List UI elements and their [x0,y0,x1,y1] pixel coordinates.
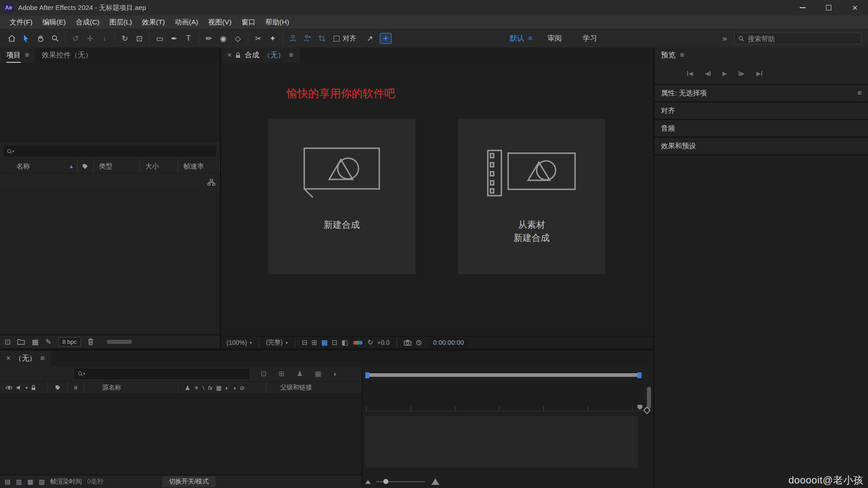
crop-tool-icon[interactable] [315,32,329,45]
new-composition-card[interactable]: 新建合成 [268,119,415,274]
column-label[interactable] [48,382,68,394]
workspace-overflow-icon[interactable]: » [722,34,727,43]
project-search-input[interactable] [17,148,213,155]
frame-blend-master-icon[interactable]: ▦ [315,370,321,378]
home-icon[interactable] [5,32,19,45]
snap-arrow-icon[interactable]: ↗ [363,32,377,45]
transparency-grid-icon[interactable]: ▦ [321,338,328,347]
horizontal-scrollbar-thumb[interactable] [107,340,132,344]
column-name[interactable]: 名称 ▲ [0,160,78,173]
column-number[interactable]: # [68,382,84,394]
text-tool-icon[interactable]: T [181,32,196,45]
roto-brush-tool-icon[interactable]: ✂ [251,32,265,45]
vertical-scrollbar-thumb[interactable] [647,387,651,408]
tab-timeline[interactable]: × （无） ≡ [0,351,51,366]
toggle-inout-pane-icon[interactable]: ▦ [27,478,33,485]
maximize-button[interactable] [816,0,842,15]
effects-presets-panel-header[interactable]: 效果和预设 [655,138,868,154]
selection-tool-icon[interactable] [19,32,33,45]
search-caret-icon[interactable]: ▾ [12,149,14,154]
hand-tool-icon[interactable] [33,32,48,45]
project-flowchart-icon[interactable] [208,179,215,186]
eraser-tool-icon[interactable]: ◇ [231,32,245,45]
project-search-box[interactable]: ▾ [4,146,216,156]
toggle-transfer-pane-icon[interactable]: ▥ [16,478,22,485]
close-tab-icon[interactable]: × [227,51,231,59]
rectangle-tool-icon[interactable]: ▭ [152,32,167,45]
rig-tool-icon[interactable] [300,32,315,45]
play-button[interactable]: ▶ [722,70,727,77]
workspace-tab-default[interactable]: 默认 [509,34,524,43]
workspace-menu-icon[interactable]: ≡ [528,34,532,42]
help-search-box[interactable] [734,33,862,44]
column-source-name[interactable]: 源名称 [84,382,179,394]
view-layout-icon[interactable]: ◧ [341,338,348,347]
menu-effect[interactable]: 效果(T) [137,18,170,27]
audio-panel-header[interactable]: 音频 [655,120,868,136]
limb-tool-icon[interactable] [286,32,300,45]
work-area-end-handle[interactable] [637,372,642,378]
align-panel-header[interactable]: 对齐 [655,103,868,119]
clone-stamp-tool-icon[interactable]: ◉ [216,32,231,45]
zoom-out-icon[interactable] [365,480,371,484]
panel-menu-icon[interactable]: ≡ [40,354,44,362]
motion-blur-master-icon[interactable]: ◐ [334,370,338,378]
tab-composition[interactable]: × 合成 （无） ≡ [221,47,300,63]
column-framerate[interactable]: 帧速率 [178,160,220,173]
properties-panel-header[interactable]: 属性: 无选择项 ≡ [655,85,868,101]
layer-drop-zone[interactable] [365,416,638,468]
zoom-tool-icon[interactable] [48,32,62,45]
column-label-color[interactable] [78,160,94,173]
new-composition-icon[interactable]: ▦ [32,338,38,346]
snapping-icon[interactable] [380,33,392,44]
snapshot-camera-icon[interactable] [404,340,411,346]
last-frame-button[interactable]: ▶ [756,70,762,77]
interpret-footage-icon[interactable]: ⊡ [5,338,10,346]
panel-menu-icon[interactable]: ≡ [289,51,293,59]
menu-animation[interactable]: 动画(A) [170,18,203,27]
camera-tool-icon[interactable]: ⊡ [132,32,146,45]
puppet-pin-tool-icon[interactable]: ✦ [265,32,280,45]
search-caret-icon[interactable]: ▾ [83,371,85,376]
brush-tool-icon[interactable]: ✏ [202,32,216,45]
close-tab-icon[interactable]: × [6,354,10,362]
toggle-switches-modes-button[interactable]: 切换开关/模式 [162,476,216,487]
work-area-start-handle[interactable] [365,372,369,378]
exposure-value[interactable]: +0.0 [377,339,390,346]
adjust-icon[interactable]: ✎ [46,338,52,346]
pan-camera-tool-icon[interactable]: ✛ [83,32,97,45]
panel-menu-icon[interactable]: ≡ [858,89,862,97]
grid-guides-icon[interactable]: ⊟ [302,338,308,347]
preview-header[interactable]: 预览 ≡ [655,47,868,63]
panel-menu-icon[interactable]: ≡ [680,51,684,59]
workspace-tab-learn[interactable]: 学习 [583,34,597,43]
menu-view[interactable]: 视图(V) [203,18,236,27]
toggle-switches-pane-icon[interactable]: ▤ [5,478,10,485]
menu-help[interactable]: 帮助(H) [260,18,294,27]
zoom-slider-knob[interactable] [383,479,388,484]
sort-ascending-icon[interactable]: ▲ [69,164,74,169]
timecode-display[interactable]: 0:00:00:00 [429,338,468,347]
workspace-tab-review[interactable]: 审阅 [547,34,562,43]
magnification-dropdown[interactable]: (100%) ▾ [226,339,252,346]
zoom-in-icon[interactable] [431,479,439,485]
comp-flowchart-icon[interactable]: ⊡ [261,370,267,378]
time-navigator-bar[interactable] [369,373,637,377]
from-footage-card[interactable]: 从素材 新建合成 [458,119,605,274]
render-queue-shortcut-icon[interactable]: ▧ [39,478,45,485]
delete-icon[interactable] [88,338,94,345]
column-size[interactable]: 大小 [140,160,178,173]
shy-master-icon[interactable]: ♟ [297,370,302,378]
previous-frame-button[interactable]: ◀ [705,70,711,77]
mask-visibility-icon[interactable]: ⊞ [311,338,317,347]
timeline-search-input[interactable] [88,370,246,377]
minimize-button[interactable] [789,0,816,15]
column-type[interactable]: 类型 [94,160,140,173]
next-frame-button[interactable]: ▶ [739,70,745,77]
close-button[interactable]: × [842,0,868,15]
column-parent-link[interactable]: 父级和链接 [267,382,362,394]
dolly-camera-tool-icon[interactable]: ↓ [97,32,112,45]
timeline-search-box[interactable]: ▾ [75,369,249,379]
menu-composition[interactable]: 合成(C) [71,18,104,27]
align-checkbox[interactable] [334,36,340,42]
